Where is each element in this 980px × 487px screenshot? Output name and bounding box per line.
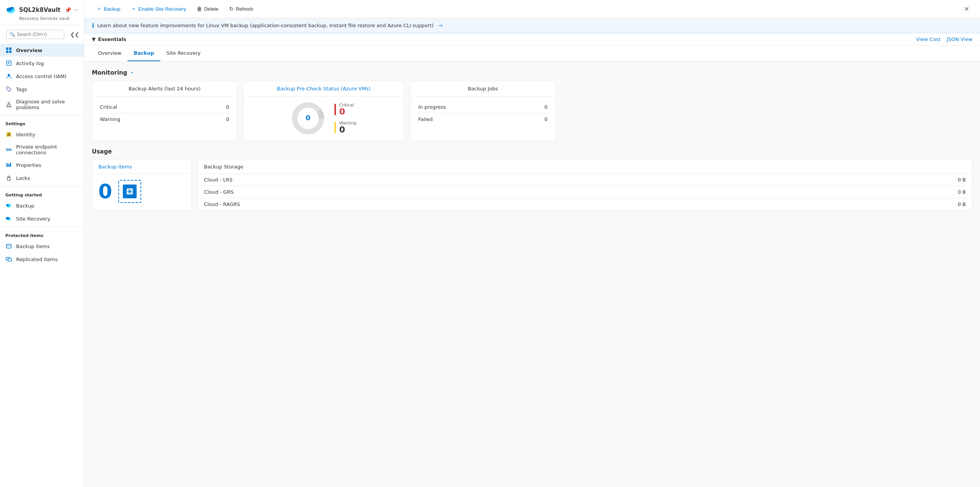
tab-site-recovery[interactable]: Site Recovery xyxy=(160,46,207,61)
backup-storage-card: Backup Storage Cloud - LRS 0 B Cloud - G… xyxy=(197,160,972,211)
backup-jobs-title: Backup Jobs xyxy=(411,81,555,96)
refresh-label: Refresh xyxy=(236,6,253,12)
svg-rect-23 xyxy=(7,178,10,180)
backup-plus-icon: ＋ xyxy=(96,5,102,12)
pre-check-card: Backup Pre-Check Status (Azure VMs) 0 xyxy=(243,81,404,141)
svg-rect-7 xyxy=(9,51,11,53)
usage-section: Usage Backup items 0 xyxy=(92,148,972,211)
usage-title: Usage xyxy=(92,148,972,155)
banner-text: Learn about new feature improvements for… xyxy=(97,23,434,28)
site-recovery-label: Site Recovery xyxy=(16,216,50,222)
nav-diagnose[interactable]: Diagnose and solve problems xyxy=(0,96,84,113)
essentials-label: Essentials xyxy=(98,36,126,42)
nav-properties[interactable]: Properties xyxy=(0,159,84,172)
identity-label: Identity xyxy=(16,132,35,137)
sidebar-header: SQL2k8Vault 📌 ··· Recovery Services vaul… xyxy=(0,0,84,25)
private-endpoints-label: Private endpoint connections xyxy=(16,144,78,155)
delete-button[interactable]: 🗑 Delete xyxy=(192,3,223,14)
tab-backup[interactable]: Backup xyxy=(127,46,160,61)
nav-backup-items[interactable]: Backup items xyxy=(0,240,84,253)
nav-locks[interactable]: Locks xyxy=(0,172,84,185)
critical-bar xyxy=(334,104,336,115)
svg-point-3 xyxy=(11,8,15,11)
warning-bar xyxy=(334,122,336,133)
job-in-progress-row[interactable]: In progress 0 xyxy=(417,101,549,113)
vault-subtitle: Recovery Services vault xyxy=(19,16,78,21)
main-content: Monitoring · Backup Alerts (last 24 hour… xyxy=(84,62,980,218)
backup-alerts-body: Critical 0 Warning 0 xyxy=(92,96,237,130)
failed-value: 0 xyxy=(545,116,548,122)
nav-tags[interactable]: Tags xyxy=(0,83,84,96)
nav-activity-log[interactable]: Activity log xyxy=(0,57,84,70)
storage-lrs-row[interactable]: Cloud - LRS 0 B xyxy=(198,174,972,186)
pre-check-title[interactable]: Backup Pre-Check Status (Azure VMs) xyxy=(244,81,404,96)
pin-icon[interactable]: 📌 xyxy=(65,7,71,13)
svg-point-11 xyxy=(8,74,10,76)
json-view-link[interactable]: JSON View xyxy=(947,36,972,42)
enable-site-recovery-icon: ＋ xyxy=(131,5,136,12)
collapse-button[interactable]: ❮❮ xyxy=(68,31,82,38)
monitoring-cards: Backup Alerts (last 24 hours) Critical 0… xyxy=(92,81,972,141)
backup-label: Backup xyxy=(16,203,34,209)
nav-backup[interactable]: Backup xyxy=(0,199,84,212)
nav-overview[interactable]: Overview xyxy=(0,44,84,57)
svg-point-17 xyxy=(7,149,8,151)
nav-site-recovery[interactable]: Site Recovery xyxy=(0,212,84,225)
locks-label: Locks xyxy=(16,175,30,181)
sidebar: SQL2k8Vault 📌 ··· Recovery Services vaul… xyxy=(0,0,84,487)
essentials-toggle[interactable]: ▼ Essentials xyxy=(92,36,126,42)
search-input[interactable] xyxy=(17,32,61,37)
alert-critical-label: Critical xyxy=(100,104,117,110)
alert-warning-row[interactable]: Warning 0 xyxy=(98,113,231,125)
usage-cards: Backup items 0 xyxy=(92,160,972,211)
job-failed-row[interactable]: Failed 0 xyxy=(417,113,549,125)
backup-storage-title: Backup Storage xyxy=(198,160,972,174)
overview-icon xyxy=(5,47,12,54)
search-box[interactable]: 🔍 xyxy=(6,30,64,39)
private-endpoint-icon xyxy=(5,146,12,153)
svg-rect-4 xyxy=(6,47,8,50)
nav-access-control[interactable]: Access control (IAM) xyxy=(0,70,84,83)
view-cost-link[interactable]: View Cost xyxy=(916,36,941,42)
azure-cloud-icon xyxy=(5,5,16,15)
backup-button[interactable]: ＋ Backup xyxy=(92,3,125,15)
info-icon: ℹ xyxy=(92,22,94,29)
monitoring-section: Monitoring · Backup Alerts (last 24 hour… xyxy=(92,69,972,141)
svg-point-14 xyxy=(8,106,9,106)
storage-grs-row[interactable]: Cloud - GRS 0 B xyxy=(198,186,972,198)
close-button[interactable]: ✕ xyxy=(961,4,972,14)
replicated-items-icon xyxy=(5,256,12,263)
svg-point-37 xyxy=(129,190,131,193)
diagnose-label: Diagnose and solve problems xyxy=(16,99,78,110)
search-icon: 🔍 xyxy=(10,32,15,37)
backup-jobs-card: Backup Jobs In progress 0 Failed 0 xyxy=(410,81,556,141)
warning-legend-value: 0 xyxy=(339,126,356,134)
chevron-down-icon: ▼ xyxy=(92,36,96,42)
toolbar: ＋ Backup ＋ Enable Site Recovery 🗑 Delete… xyxy=(84,0,980,18)
essentials-bar: ▼ Essentials View Cost JSON View xyxy=(84,33,980,46)
storage-ragrs-row[interactable]: Cloud - RAGRS 0 B xyxy=(198,198,972,210)
tab-overview[interactable]: Overview xyxy=(92,46,127,61)
tags-icon xyxy=(5,86,12,93)
tab-bar: Overview Backup Site Recovery xyxy=(84,46,980,62)
backup-items-body: 0 xyxy=(92,174,191,209)
nav-identity[interactable]: Identity xyxy=(0,128,84,141)
info-banner[interactable]: ℹ Learn about new feature improvements f… xyxy=(84,18,980,33)
overview-label: Overview xyxy=(16,47,42,53)
backup-items-card-title[interactable]: Backup items xyxy=(92,160,191,174)
more-options-icon[interactable]: ··· xyxy=(73,7,78,13)
ragrs-label: Cloud - RAGRS xyxy=(204,201,240,207)
nav-replicated-items[interactable]: Replicated items xyxy=(0,253,84,266)
backup-items-label: Backup items xyxy=(16,244,50,249)
alert-critical-row[interactable]: Critical 0 xyxy=(98,101,231,113)
content-area: ℹ Learn about new feature improvements f… xyxy=(84,18,980,487)
enable-site-recovery-button[interactable]: ＋ Enable Site Recovery xyxy=(126,3,191,15)
backup-alerts-title: Backup Alerts (last 24 hours) xyxy=(92,81,237,96)
nav-private-endpoints[interactable]: Private endpoint connections xyxy=(0,141,84,159)
refresh-button[interactable]: ↻ Refresh xyxy=(225,3,258,14)
identity-icon xyxy=(5,131,12,138)
site-recovery-icon xyxy=(5,215,12,222)
settings-divider xyxy=(0,115,84,115)
getting-started-label: Getting started xyxy=(0,188,84,199)
svg-rect-21 xyxy=(8,164,10,167)
